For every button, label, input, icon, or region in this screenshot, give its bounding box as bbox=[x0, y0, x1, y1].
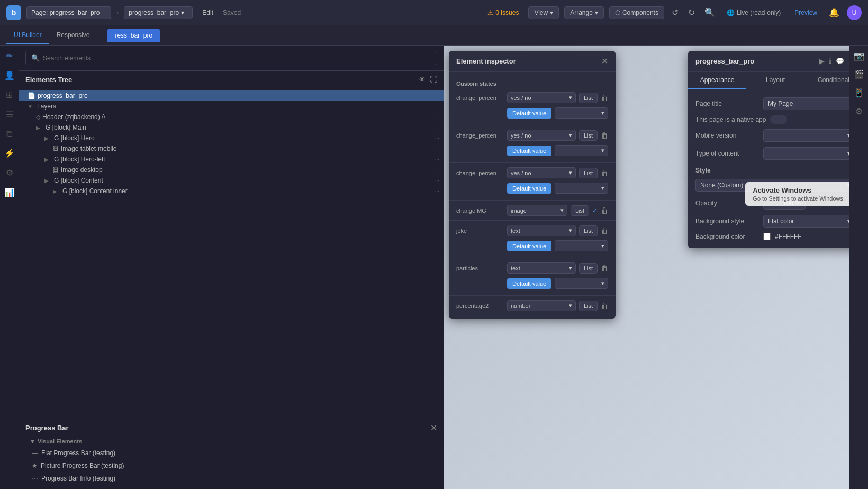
default-value-select-3[interactable]: ▾ bbox=[555, 183, 608, 194]
sidebar-icon-users[interactable]: 👤 bbox=[4, 70, 15, 80]
expand-arrow[interactable]: ▶ bbox=[36, 125, 43, 131]
props-row-type-content: Type of content ▾ bbox=[688, 144, 863, 162]
default-value-select-1[interactable]: ▾ bbox=[555, 107, 608, 119]
list-btn-2[interactable]: List bbox=[579, 130, 598, 141]
live-readonly-button[interactable]: 🌐 Live (read-only) bbox=[722, 7, 785, 19]
sidebar-icon-settings[interactable]: ⚙ bbox=[6, 168, 13, 178]
delete-btn-particles[interactable]: 🗑 bbox=[601, 264, 608, 273]
tab-responsive[interactable]: Responsive bbox=[49, 27, 97, 44]
list-btn-particles[interactable]: List bbox=[579, 263, 598, 274]
inspector-row-joke: joke text ▾ List 🗑 bbox=[449, 223, 616, 238]
tree-item-hero[interactable]: ▶ G [block] Hero ··· bbox=[19, 133, 444, 143]
list-btn-3[interactable]: List bbox=[579, 168, 598, 178]
tree-item-content-inner[interactable]: ▶ G [block] Content inner ··· bbox=[19, 186, 444, 196]
settings-icon[interactable]: ⚙ bbox=[855, 106, 863, 116]
type-select-1[interactable]: yes / no ▾ bbox=[507, 92, 576, 103]
default-value-select-joke[interactable]: ▾ bbox=[555, 240, 608, 251]
arrange-button[interactable]: Arrange ▾ bbox=[564, 6, 604, 19]
sidebar-icon-workflows[interactable]: ⚡ bbox=[4, 148, 15, 158]
default-value-btn-2[interactable]: Default value bbox=[507, 146, 551, 156]
delete-btn-2[interactable]: 🗑 bbox=[601, 131, 608, 140]
list-btn-1[interactable]: List bbox=[579, 93, 598, 103]
page-name[interactable]: Page: progress_bar_pro bbox=[26, 6, 111, 19]
page-title-input[interactable] bbox=[763, 97, 855, 110]
list-btn-joke[interactable]: List bbox=[579, 225, 598, 236]
default-value-btn-particles[interactable]: Default value bbox=[507, 278, 551, 289]
type-content-select[interactable]: ▾ bbox=[763, 147, 855, 160]
preview-button[interactable]: Preview bbox=[790, 7, 821, 19]
tree-item-main[interactable]: ▶ G [block] Main ··· bbox=[19, 122, 444, 133]
components-button[interactable]: ⬡ Components bbox=[609, 6, 664, 19]
color-swatch[interactable] bbox=[763, 233, 771, 240]
tab-appearance[interactable]: Appearance bbox=[688, 72, 746, 89]
notifications-button[interactable]: 🔔 bbox=[827, 5, 842, 20]
tab-layout[interactable]: Layout bbox=[746, 72, 804, 89]
sidebar-icon-grid[interactable]: ⊞ bbox=[6, 90, 13, 100]
type-select-joke[interactable]: text ▾ bbox=[507, 225, 576, 236]
expand-arrow[interactable]: ▼ bbox=[30, 438, 35, 445]
visibility-toggle-button[interactable]: 👁 bbox=[418, 75, 426, 84]
type-select-percentage2[interactable]: number ▾ bbox=[507, 300, 576, 311]
redo-button[interactable]: ↻ bbox=[686, 5, 697, 20]
chat-icon[interactable]: 💬 bbox=[836, 57, 844, 65]
sidebar-icon-data[interactable]: ☰ bbox=[6, 110, 13, 120]
expand-arrow[interactable]: ▼ bbox=[28, 104, 35, 110]
default-value-btn-1[interactable]: Default value bbox=[507, 108, 551, 119]
native-app-toggle[interactable] bbox=[770, 115, 787, 124]
tab-ui-builder[interactable]: UI Builder bbox=[6, 27, 49, 44]
video-icon[interactable]: 🎬 bbox=[854, 69, 864, 79]
search-input[interactable] bbox=[43, 55, 431, 62]
expand-button[interactable]: ⛶ bbox=[430, 75, 437, 84]
user-avatar[interactable]: U bbox=[847, 5, 862, 20]
play-icon[interactable]: ▶ bbox=[819, 57, 825, 65]
issues-button[interactable]: ⚠ 0 issues bbox=[483, 7, 523, 19]
tree-item-root[interactable]: 📄 progress_bar_pro bbox=[19, 90, 444, 101]
tree-item-label: Layers bbox=[37, 103, 56, 110]
delete-btn-1[interactable]: 🗑 bbox=[601, 94, 608, 102]
expand-arrow[interactable]: ▶ bbox=[44, 178, 52, 184]
mobile-version-select[interactable]: ▾ bbox=[763, 129, 855, 142]
bg-style-select[interactable]: Flat color ▾ bbox=[763, 215, 855, 228]
tablet-icon[interactable]: 📱 bbox=[854, 88, 864, 98]
tree-item-content[interactable]: ▶ G [block] Content ··· bbox=[19, 175, 444, 186]
search-button[interactable]: 🔍 bbox=[702, 5, 717, 20]
expand-arrow[interactable]: ▶ bbox=[53, 188, 60, 194]
delete-btn-3[interactable]: 🗑 bbox=[601, 169, 608, 177]
sidebar-icon-ui[interactable]: ✏ bbox=[6, 51, 13, 61]
default-value-btn-3[interactable]: Default value bbox=[507, 183, 551, 194]
tree-item-image-tablet[interactable]: 🖼 Image tablet-mobile ··· bbox=[19, 143, 444, 154]
search-result-progress-info[interactable]: ⋯ Progress Bar Info (testing) bbox=[19, 472, 444, 485]
list-btn-percentage2[interactable]: List bbox=[579, 301, 598, 311]
tree-item-hero-left[interactable]: ▶ G [block] Hero-left ··· bbox=[19, 154, 444, 165]
type-select-3[interactable]: yes / no ▾ bbox=[507, 167, 576, 178]
undo-button[interactable]: ↺ bbox=[670, 5, 681, 20]
default-value-select-2[interactable]: ▾ bbox=[555, 145, 608, 156]
sidebar-icon-layers[interactable]: ⧉ bbox=[6, 129, 12, 139]
camera-icon[interactable]: 📷 bbox=[854, 51, 864, 61]
view-button[interactable]: View ▾ bbox=[528, 6, 559, 19]
type-select-2[interactable]: yes / no ▾ bbox=[507, 130, 576, 141]
tree-item-layers[interactable]: ▼ Layers bbox=[19, 101, 444, 112]
inspector-close-button[interactable]: ✕ bbox=[601, 56, 608, 66]
sidebar-icon-analytics[interactable]: 📊 bbox=[4, 187, 15, 197]
delete-btn-percentage2[interactable]: 🗑 bbox=[601, 302, 608, 310]
delete-btn-joke[interactable]: 🗑 bbox=[601, 227, 608, 235]
expand-arrow[interactable]: ▶ bbox=[44, 135, 52, 141]
delete-btn-changeimg[interactable]: 🗑 bbox=[601, 206, 608, 215]
list-btn-changeimg[interactable]: List bbox=[571, 205, 589, 216]
search-result-picture-progress[interactable]: ★ Picture Progress Bar (testing) bbox=[19, 459, 444, 472]
page-tab[interactable]: ress_bar_pro bbox=[107, 29, 160, 42]
info-icon[interactable]: ℹ bbox=[829, 57, 831, 65]
default-value-select-particles[interactable]: ▾ bbox=[555, 278, 608, 289]
branch-name[interactable]: progress_bar_pro ▾ bbox=[124, 6, 193, 19]
tree-item-image-desktop[interactable]: 🖼 Image desktop ··· bbox=[19, 165, 444, 175]
expand-arrow[interactable]: ▶ bbox=[44, 157, 52, 162]
search-result-flat-progress[interactable]: — Flat Progress Bar (testing) bbox=[19, 447, 444, 459]
watermark-title: Activate Windows bbox=[753, 186, 845, 194]
type-select-changeimg[interactable]: image ▾ bbox=[507, 205, 567, 216]
tree-item-header[interactable]: ◇ Header (zqbackend) A ··· bbox=[19, 112, 444, 122]
type-select-particles[interactable]: text ▾ bbox=[507, 262, 576, 274]
search-panel-close-button[interactable]: ✕ bbox=[430, 423, 437, 433]
tree-item-dots: ··· bbox=[435, 114, 439, 120]
default-value-btn-joke[interactable]: Default value bbox=[507, 241, 551, 251]
